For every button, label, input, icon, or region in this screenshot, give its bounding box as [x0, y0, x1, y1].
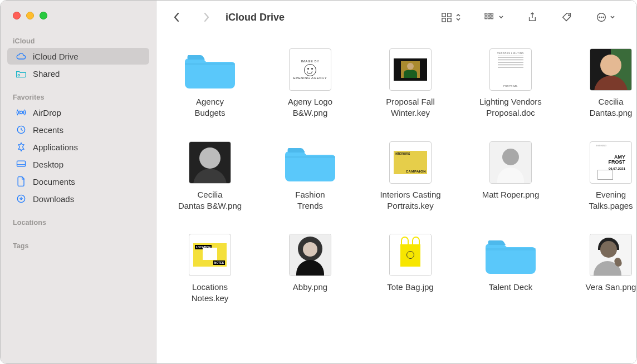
sidebar: iCloud iCloud Drive Shared Favorites Air…	[1, 1, 156, 363]
file-label: Agency Budgets	[194, 96, 225, 119]
svg-point-1	[20, 111, 23, 114]
sidebar-item-label: Shared	[33, 69, 60, 78]
file-label: Talent Deck	[489, 282, 532, 293]
document-icon	[15, 176, 27, 187]
sidebar-item-icloud-drive[interactable]: iCloud Drive	[7, 48, 149, 65]
window-title: iCloud Drive	[226, 12, 285, 23]
file-item[interactable]: Matt Roper.png	[468, 141, 553, 212]
svg-point-0	[18, 75, 19, 76]
sidebar-item-recents[interactable]: Recents	[7, 121, 149, 138]
sidebar-item-applications[interactable]: Applications	[7, 139, 149, 155]
section-label-tags: Tags	[1, 239, 156, 252]
section-label-locations: Locations	[1, 215, 156, 229]
clock-icon	[15, 124, 27, 135]
file-label: Tote Bag.jpg	[387, 282, 433, 293]
svg-rect-9	[485, 13, 487, 16]
applications-icon	[15, 141, 27, 153]
file-item[interactable]: Fashion Trends	[268, 141, 352, 212]
svg-rect-8	[448, 18, 451, 22]
image-thumbnail	[189, 141, 231, 184]
image-thumbnail	[389, 234, 432, 276]
view-switcher[interactable]	[439, 11, 463, 24]
main-content: iCloud Drive	[156, 1, 637, 363]
back-button[interactable]	[170, 11, 183, 24]
file-item[interactable]: Talent Deck	[468, 234, 553, 304]
icon-view-icon	[439, 11, 454, 24]
folder-icon	[486, 234, 536, 276]
svg-rect-3	[17, 161, 26, 166]
desktop-icon	[15, 159, 27, 170]
file-label: Matt Roper.png	[482, 189, 540, 200]
pages-thumbnail: EVENINGAMY FROST06.07.2021	[590, 141, 632, 184]
svg-point-19	[603, 17, 604, 18]
svg-rect-14	[491, 17, 493, 19]
file-item[interactable]: INTERIORSCAMPAIGN Interiors Casting Port…	[368, 141, 453, 212]
sidebar-item-label: Desktop	[33, 160, 63, 169]
svg-point-17	[599, 17, 600, 18]
share-button[interactable]	[525, 11, 540, 24]
image-thumbnail: IMAGE BYEVENING AGENCY	[289, 48, 331, 91]
toolbar: iCloud Drive	[156, 1, 637, 34]
sidebar-item-label: iCloud Drive	[33, 52, 79, 61]
file-grid: Agency Budgets IMAGE BYEVENING AGENCY Ag…	[156, 34, 637, 363]
folder-icon	[285, 141, 335, 184]
file-item[interactable]: Abby.png	[268, 234, 352, 304]
sidebar-item-airdrop[interactable]: AirDrop	[7, 104, 149, 121]
finder-window: iCloud iCloud Drive Shared Favorites Air…	[0, 0, 637, 364]
close-button[interactable]	[13, 12, 21, 19]
more-button[interactable]	[594, 11, 616, 24]
svg-rect-10	[488, 13, 490, 16]
file-item[interactable]: Agency Budgets	[168, 48, 252, 119]
minimize-button[interactable]	[26, 12, 34, 19]
svg-rect-11	[491, 13, 493, 16]
chevron-updown-icon	[454, 11, 463, 24]
sidebar-item-label: Applications	[33, 142, 78, 152]
svg-rect-13	[488, 17, 490, 19]
forward-button[interactable]	[200, 11, 213, 24]
share-icon	[525, 11, 540, 24]
sidebar-item-documents[interactable]: Documents	[7, 173, 149, 190]
image-thumbnail	[489, 141, 532, 184]
file-item[interactable]: VENDORS LIGHTINGPROPOSAL Lighting Vendor…	[468, 48, 553, 119]
file-label: Cecilia Dantas.png	[590, 96, 633, 119]
sidebar-item-label: AirDrop	[33, 108, 61, 117]
tags-button[interactable]	[560, 11, 574, 24]
group-by-button[interactable]	[483, 11, 505, 24]
sidebar-item-shared[interactable]: Shared	[7, 65, 149, 82]
svg-point-18	[601, 17, 602, 18]
cloud-icon	[15, 51, 27, 62]
sidebar-item-downloads[interactable]: Downloads	[7, 190, 149, 207]
file-item[interactable]: Cecilia Dantas.png	[569, 48, 637, 119]
tag-icon	[560, 11, 574, 24]
file-item[interactable]: Cecilia Dantas B&W.png	[168, 141, 252, 212]
more-icon	[594, 11, 609, 24]
file-label: Fashion Trends	[295, 189, 325, 212]
chevron-down-icon	[497, 11, 505, 24]
sidebar-item-label: Documents	[33, 177, 75, 186]
shared-folder-icon	[15, 68, 27, 79]
file-item[interactable]: Proposal Fall Winter.key	[368, 48, 453, 119]
section-label-icloud: iCloud	[1, 34, 156, 47]
airdrop-icon	[15, 107, 27, 118]
image-thumbnail	[289, 234, 331, 276]
svg-rect-5	[442, 13, 445, 17]
maximize-button[interactable]	[40, 12, 47, 19]
group-icon	[483, 11, 497, 24]
svg-rect-12	[485, 17, 487, 19]
file-label: Abby.png	[293, 282, 327, 293]
file-item[interactable]: LOCATIONNOTES Locations Notes.key	[168, 234, 252, 304]
file-item[interactable]: Tote Bag.jpg	[368, 234, 453, 304]
downloads-icon	[15, 193, 27, 204]
file-label: Ageny Logo B&W.png	[288, 96, 332, 119]
image-thumbnail	[590, 234, 632, 276]
svg-point-15	[568, 14, 569, 16]
section-label-favorites: Favorites	[1, 90, 156, 104]
file-item[interactable]: Vera San.png	[569, 234, 637, 304]
file-item[interactable]: IMAGE BYEVENING AGENCY Ageny Logo B&W.pn…	[268, 48, 352, 119]
chevron-down-icon	[609, 11, 616, 24]
sidebar-item-label: Recents	[33, 125, 63, 135]
sidebar-item-desktop[interactable]: Desktop	[7, 156, 149, 173]
window-controls	[13, 12, 47, 19]
file-item[interactable]: EVENINGAMY FROST06.07.2021 Evening Talks…	[569, 141, 637, 212]
svg-rect-6	[448, 13, 451, 17]
